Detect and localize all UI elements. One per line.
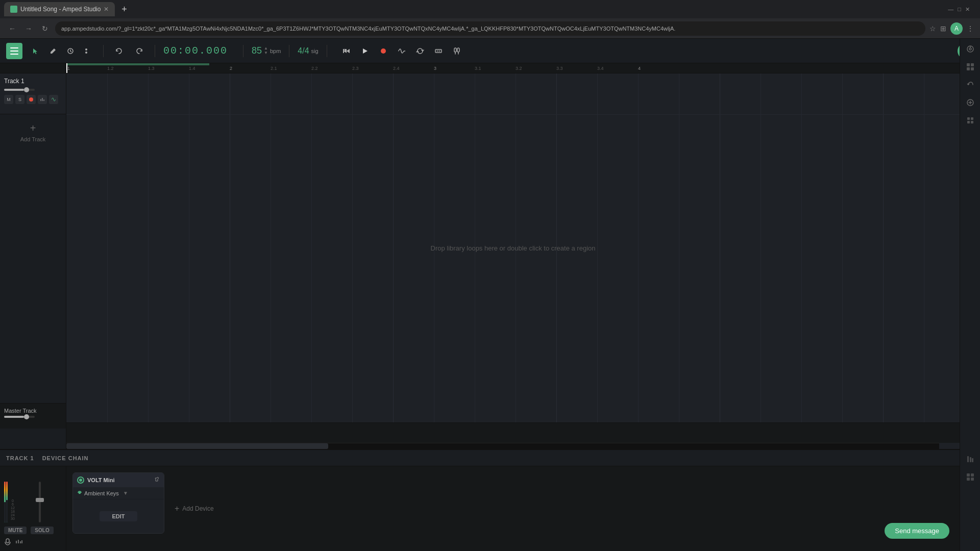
track-wave-button[interactable] [49,95,58,104]
right-sidebar-bottom [960,449,980,551]
loop-icon [416,47,424,55]
mic-icon[interactable] [4,538,11,547]
master-volume-slider[interactable] [4,416,35,418]
loop-button[interactable] [413,44,427,58]
ruler-tick-21: 2.1 [271,66,277,71]
device-plugin-icon [154,477,160,484]
device-preset-name: Ambient Keys [84,490,119,496]
forward-button[interactable]: → [22,22,35,35]
time-tool-button[interactable] [63,44,78,58]
ruler-tick-4: 4 [638,66,641,71]
svg-rect-34 [967,473,970,477]
ruler-tick-34: 3.4 [597,66,604,71]
punch-in-icon [434,47,443,55]
grid-icon[interactable] [966,63,974,72]
ruler-tick-13: 1.3 [148,66,155,71]
pencil-tool-button[interactable] [46,44,60,58]
track-volume-fill [4,89,24,91]
time-sig-label: sig [311,48,318,54]
wave-button[interactable] [395,44,409,58]
profile-icon[interactable]: A [950,22,963,35]
bookmark-star-icon[interactable]: ☆ [929,24,936,33]
svg-rect-32 [970,457,971,462]
device-power-button[interactable] [77,477,84,484]
master-track-row [66,422,960,443]
svg-rect-7 [457,48,459,52]
plus-sidebar-icon[interactable] [966,98,974,108]
add-track-label: Add Track [20,136,46,142]
menu-line [10,47,18,48]
bpm-down-arrow[interactable]: ▼ [264,51,268,55]
volume-fader[interactable] [39,482,41,522]
ruler-tick-14: 1.4 [189,66,195,71]
track-mute-button[interactable]: M [4,95,13,104]
send-message-button[interactable]: Send message [885,523,949,539]
grid-bottom-icon[interactable] [966,473,974,483]
add-device-button[interactable]: + Add Device [170,500,218,517]
playhead[interactable] [66,63,67,73]
mute-button[interactable]: MUTE [4,527,27,534]
punch-in-button[interactable] [431,44,446,58]
tab-close-icon[interactable]: ✕ [104,6,109,13]
toolbar-divider-2 [155,45,155,57]
svg-rect-13 [967,67,970,70]
select-tool-button[interactable] [29,44,43,58]
toolbar-divider-3 [243,45,243,57]
pencil-icon [50,47,57,55]
menu-line [10,51,18,52]
device-body: EDIT [73,499,164,533]
bpm-display[interactable]: 85 ▲ ▼ bpm [252,45,281,56]
track-volume-slider[interactable] [4,89,35,91]
track-eq-button[interactable] [38,95,47,104]
undo-sidebar-icon[interactable] [966,81,974,90]
back-button[interactable]: ← [6,22,18,35]
svg-rect-12 [971,63,974,66]
window-close-icon[interactable]: ✕ [965,6,970,13]
redo-button[interactable] [132,44,146,58]
click-button[interactable] [450,44,464,58]
drop-hint: Drop library loops here or double click … [430,244,595,252]
scrollbar-thumb[interactable] [66,443,328,449]
mixer-icon[interactable] [966,455,974,465]
device-chain-label: DEVICE CHAIN [42,455,89,461]
svg-rect-31 [967,456,969,462]
solo-button[interactable]: SOLO [31,527,53,534]
device-power-dot [79,479,82,482]
window-minimize-icon[interactable]: — [948,6,953,12]
record-button[interactable] [376,44,390,58]
horizontal-scrollbar[interactable] [66,443,939,449]
device-preset-dropdown-icon[interactable]: ▼ [123,490,128,496]
undo-button[interactable] [112,44,126,58]
svg-rect-6 [454,48,456,52]
menu-button[interactable] [6,43,22,59]
track-controls: M S [4,95,62,104]
tracks-area[interactable]: Drop library loops here or double click … [66,73,960,422]
track-solo-button[interactable]: S [15,95,24,104]
add-track-button[interactable]: + Add Track [0,114,66,151]
address-bar[interactable]: app.ampedstudio.com/?_gl=1*zkt20c*_ga*MT… [55,21,925,36]
master-volume-knob [24,414,29,419]
play-button[interactable] [358,44,372,58]
level-bar-mask-r [6,500,8,522]
level-bar-mask [4,502,6,522]
bpm-up-arrow[interactable]: ▲ [264,46,268,51]
device-edit-button[interactable]: EDIT [100,511,137,521]
new-tab-button[interactable]: + [117,2,131,16]
right-sidebar [960,63,980,449]
scissors-tool-button[interactable] [81,44,95,58]
refresh-button[interactable]: ↻ [39,22,51,35]
menu-dots-icon[interactable]: ⋮ [967,24,974,33]
rewind-button[interactable] [339,44,354,58]
selection-range [66,63,209,65]
extensions-icon[interactable]: ⊞ [940,24,946,33]
eq-icon[interactable] [15,538,22,547]
window-maximize-icon[interactable]: □ [958,6,961,12]
track-record-button[interactable] [27,95,36,104]
time-sig-display[interactable]: 4/4 sig [298,46,318,56]
toolbar: 00:00.000 85 ▲ ▼ bpm 4/4 sig [0,39,980,63]
grid2-sidebar-icon[interactable] [966,116,974,126]
active-tab[interactable]: Untitled Song - Amped Studio ✕ [4,2,115,16]
ruler-tick-12: 1.2 [107,66,114,71]
track-volume-knob [24,87,29,92]
fader-container [18,482,62,522]
